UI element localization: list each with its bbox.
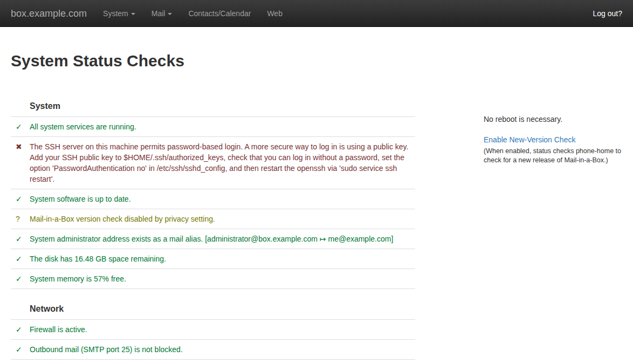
navbar-menu: SystemMailContacts/CalendarWeb [95,0,291,27]
status-check-row: ✓All system services are running. [11,117,415,137]
status-check-row: ✓System software is up to date. [11,189,415,209]
main-column: System Status Checks System✓All system s… [11,52,415,360]
status-check-text: System administrator address exists as a… [30,229,415,249]
check-icon: ✓ [11,189,30,209]
chevron-down-icon [168,13,172,15]
check-icon: ✓ [11,117,30,137]
sidebar: No reboot is necessary. Enable New-Versi… [484,114,623,165]
page-title: System Status Checks [11,52,415,70]
status-check-row: ✖The SSH server on this machine permits … [11,137,415,189]
section-heading: Network [11,289,415,320]
status-check-text: Outbound mail (SMTP port 25) is not bloc… [30,340,415,360]
status-check-text: The SSH server on this machine permits p… [30,137,415,189]
section-heading-row: Network [11,289,415,320]
status-check-row: ✓System memory is 57% free. [11,269,415,289]
check-icon: ✓ [11,229,30,249]
version-check-block: Enable New-Version Check (When enabled, … [484,135,623,165]
status-check-text: Mail-in-a-Box version check disabled by … [30,209,415,229]
status-check-row: ✓Firewall is active. [11,320,415,340]
status-checks-table: System✓All system services are running.✖… [11,86,415,360]
top-navbar: box.example.com SystemMailContacts/Calen… [0,0,633,27]
logout-link[interactable]: Log out? [582,0,633,27]
version-check-note: (When enabled, status checks phone-home … [484,147,623,165]
check-icon: ✓ [11,320,30,340]
nav-item-system[interactable]: System [95,0,143,27]
check-icon: ✓ [11,269,30,289]
navbar-brand[interactable]: box.example.com [0,0,95,27]
reboot-status: No reboot is necessary. [484,114,623,124]
status-check-text: All system services are running. [30,117,415,137]
status-check-text: Firewall is active. [30,320,415,340]
status-check-text: The disk has 16.48 GB space remaining. [30,249,415,269]
section-heading-row: System [11,86,415,117]
status-check-row: ?Mail-in-a-Box version check disabled by… [11,209,415,229]
nav-item-mail[interactable]: Mail [143,0,181,27]
page-container: System Status Checks System✓All system s… [0,52,633,360]
status-check-text: System software is up to date. [30,189,415,209]
check-icon: ✓ [11,249,30,269]
section-heading: System [11,86,415,117]
check-icon: ✓ [11,340,30,360]
question-icon: ? [11,209,30,229]
enable-version-check-link[interactable]: Enable New-Version Check [484,135,575,145]
chevron-down-icon [131,13,135,15]
status-check-row: ✓Outbound mail (SMTP port 25) is not blo… [11,340,415,360]
nav-item-web[interactable]: Web [259,0,291,27]
status-check-row: ✓The disk has 16.48 GB space remaining. [11,249,415,269]
x-icon: ✖ [11,137,30,189]
status-check-text: System memory is 57% free. [30,269,415,289]
nav-item-contacts-calendar[interactable]: Contacts/Calendar [180,0,259,27]
status-check-row: ✓System administrator address exists as … [11,229,415,249]
